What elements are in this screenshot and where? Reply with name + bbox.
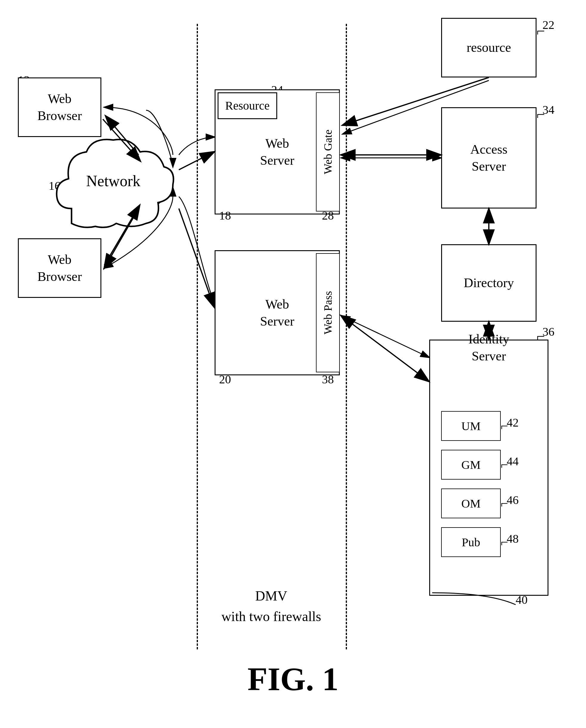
bracket-44: ⌐	[501, 457, 508, 472]
web-browser-bot-box: WebBrowser	[18, 238, 101, 298]
access-server-box: AccessServer	[441, 107, 537, 209]
ref-46: 46	[507, 493, 519, 507]
pub-box: Pub	[441, 527, 501, 557]
bracket-40-svg	[429, 590, 519, 614]
firewall-line-right	[346, 24, 347, 649]
bracket-48: ⌐	[501, 535, 508, 550]
ref-48: 48	[507, 532, 519, 546]
bracket-22: ⌐	[537, 22, 545, 40]
fig-caption: FIG. 1	[0, 660, 586, 698]
bracket-46: ⌐	[501, 496, 508, 511]
ref-44: 44	[507, 454, 519, 468]
network-cloud: Network	[48, 131, 179, 238]
resource-box: resource	[441, 18, 537, 77]
firewall-line-left	[197, 24, 198, 649]
svg-line-17	[179, 152, 214, 170]
ref-38: 38	[322, 372, 334, 386]
om-box: OM	[441, 489, 501, 518]
ref-42: 42	[507, 416, 519, 430]
um-box: UM	[441, 411, 501, 441]
directory-box: Directory	[441, 244, 537, 322]
web-browser-top-box: WebBrowser	[18, 77, 101, 137]
bracket-34: ⌐	[537, 106, 545, 123]
ref-20: 20	[219, 372, 231, 386]
ref-28: 28	[322, 209, 334, 223]
gm-box: GM	[441, 450, 501, 479]
svg-line-8	[341, 316, 429, 358]
ref-18: 18	[219, 209, 231, 223]
identity-server-title: IdentityServer	[435, 331, 542, 365]
dmv-label: DMVwith two firewalls	[197, 586, 346, 627]
web-gate-box: Web Gate	[316, 92, 340, 211]
web-pass-box: Web Pass	[316, 253, 340, 372]
resource-inner-box: Resource	[218, 92, 277, 119]
svg-line-22	[341, 316, 429, 381]
svg-line-18	[179, 209, 214, 307]
svg-text:Network: Network	[86, 173, 140, 189]
bracket-42: ⌐	[501, 418, 508, 434]
